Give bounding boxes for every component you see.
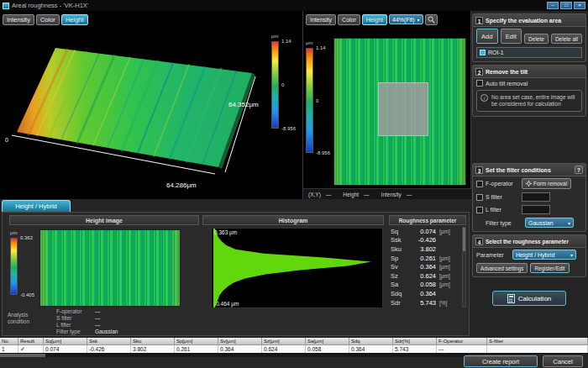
view-3d-panel[interactable]: 64.286μm 64.352μm 0 Intensity Color Heig… xyxy=(0,11,303,199)
cancel-button[interactable]: Cancel xyxy=(543,355,583,367)
analysis-condition-row: Filter typeGaussian xyxy=(56,329,191,335)
colorbar-2d-mid: 0 xyxy=(316,98,318,103)
section-title: Specify the evaluation area xyxy=(486,18,561,24)
l-filter-checkbox[interactable] xyxy=(476,207,483,213)
section-title: Remove the tilt xyxy=(486,69,528,75)
colorbar-2d-gradient xyxy=(306,48,313,153)
analysis-condition-row: L filter--- xyxy=(56,322,191,329)
remove-tilt-header: 2 Remove the tilt xyxy=(473,66,585,78)
surface-top-face xyxy=(17,48,252,167)
register-edit-button[interactable]: Register/Edit xyxy=(530,263,569,273)
roi-label: ROI-1 xyxy=(488,50,504,55)
help-button[interactable]: ? xyxy=(575,166,583,174)
colorbar-3d: μm 1.14 0 -8.956 xyxy=(270,41,304,129)
table-cell: 5.743 xyxy=(393,345,437,353)
add-button[interactable]: Add xyxy=(476,29,498,44)
app-icon xyxy=(3,3,9,9)
analysis-condition-list: F-operator---S filter---L filter---Filte… xyxy=(56,308,191,335)
minimize-button[interactable]: – xyxy=(547,2,559,9)
column-header: Sv[μm] xyxy=(218,338,262,345)
mini-colorbar: μm 0.362 -0.405 xyxy=(9,238,34,295)
remove-tilt-section: 2 Remove the tilt Auto tilt removal i No… xyxy=(472,65,586,117)
view2d-status-bar: (X,Y) — Height — Intensity — xyxy=(303,188,471,199)
chevron-down-icon: ▾ xyxy=(570,252,573,258)
intensity-button[interactable]: Intensity xyxy=(306,14,336,25)
table-cell: 3.802 xyxy=(131,345,175,353)
color-button[interactable]: Color xyxy=(338,14,360,25)
zoom-select[interactable]: 44%(Fit) ▾ xyxy=(389,14,423,24)
filter-type-select[interactable]: Gaussian ▾ xyxy=(525,218,574,228)
gear-icon xyxy=(526,181,532,187)
roughness-parameter-row: Sz0.624[μm] xyxy=(389,271,461,281)
settings-column: 1 Specify the evaluation area Add Edit D… xyxy=(472,11,586,357)
color-button[interactable]: Color xyxy=(36,14,60,25)
intensity-button[interactable]: Intensity xyxy=(3,14,34,25)
delete-button[interactable]: Delete xyxy=(524,34,549,44)
magnify-button[interactable] xyxy=(425,14,438,25)
calculation-label: Calculation xyxy=(518,295,552,302)
advanced-settings-button[interactable]: Advanced settings xyxy=(476,263,528,273)
table-cell: 0.058 xyxy=(306,345,349,353)
column-header: Sa[μm] xyxy=(306,338,349,345)
parameter-select[interactable]: Height / Hybrid ▾ xyxy=(512,250,576,260)
surface-3d-view[interactable]: 64.286μm 64.352μm 0 xyxy=(0,23,286,199)
height-image-header: Height image xyxy=(9,215,199,225)
magnifier-icon xyxy=(428,16,435,24)
s-filter-checkbox[interactable] xyxy=(476,194,483,201)
result-checkbox-cell[interactable]: ✓ xyxy=(18,345,44,353)
f-operator-checkbox[interactable] xyxy=(476,181,483,187)
roi-list-item[interactable]: ROI-1 xyxy=(476,47,582,58)
l-filter-input[interactable] xyxy=(522,205,550,214)
tab-height-hybrid[interactable]: Height / Hybrid xyxy=(2,200,71,212)
table-cell: 1 xyxy=(0,345,18,353)
create-report-button[interactable]: Create report xyxy=(464,355,538,367)
height-button[interactable]: Height xyxy=(61,14,88,25)
table-hscrollbar[interactable] xyxy=(0,354,469,357)
auto-tilt-checkbox[interactable] xyxy=(476,80,483,87)
footer-bar: Create report Cancel xyxy=(0,353,588,368)
column-header: Ssk xyxy=(87,338,131,345)
roughness-parameter-list: Sq0.074[μm]Ssk-0.426Sku3.802Sp0.261[μm]S… xyxy=(389,227,461,307)
column-header: S-filter xyxy=(487,338,588,345)
edit-button[interactable]: Edit xyxy=(501,29,522,44)
scrollbar-thumb[interactable] xyxy=(0,354,45,357)
section-number: 3 xyxy=(475,166,483,174)
table-cell: --- xyxy=(437,345,487,353)
close-button[interactable]: × xyxy=(574,2,585,9)
mini-colorbar-gradient xyxy=(10,238,18,295)
mini-colorbar-unit: μm xyxy=(10,230,17,235)
table-row[interactable]: 1✓0.074-0.4263.8020.2610.3640.6240.0580.… xyxy=(0,345,588,353)
histogram-header: Histogram xyxy=(202,215,384,225)
roughness-scrollbar[interactable] xyxy=(462,227,466,308)
s-filter-input[interactable] xyxy=(522,192,550,202)
delete-all-button[interactable]: Delete all xyxy=(551,34,582,44)
roughness-parameter-row: Sdr5.743[%] xyxy=(389,298,461,308)
scrollbar-thumb[interactable] xyxy=(463,228,465,251)
roi-selection[interactable] xyxy=(378,82,428,136)
histogram-min-label: -0.464 μm xyxy=(214,301,239,307)
s-filter-label: S filter xyxy=(486,194,519,200)
column-header: Sdr[%] xyxy=(393,338,437,345)
colorbar-3d-min: -8.956 xyxy=(281,126,296,131)
filter-type-label: Filter type xyxy=(486,220,522,226)
form-removal-button[interactable]: Form removal xyxy=(522,178,571,189)
height-map-image[interactable] xyxy=(333,38,466,186)
column-header: Result xyxy=(18,338,44,345)
results-table-header: No.ResultSq[μm]SskSkuSp[μm]Sv[μm]Sz[μm]S… xyxy=(0,338,588,345)
title-bar: Areal roughness - 'VK-H1X' – □ × xyxy=(0,0,588,11)
column-header: F-Operator xyxy=(437,338,487,345)
mini-colorbar-max: 0.362 xyxy=(20,235,33,240)
axis-origin-label: 0 xyxy=(5,137,8,143)
height-button[interactable]: Height xyxy=(362,14,387,25)
section-title: Set the filter conditions xyxy=(486,167,551,173)
window-title: Areal roughness - 'VK-H1X' xyxy=(12,2,545,9)
colorbar-3d-gradient xyxy=(271,41,279,129)
calculation-button[interactable]: Calculation xyxy=(492,291,566,306)
maximize-button[interactable]: □ xyxy=(560,2,572,9)
column-header: Sq[μm] xyxy=(44,338,87,345)
analysis-panel: Height / Hybrid Height image Histogram μ… xyxy=(0,199,471,338)
calculator-icon xyxy=(507,294,515,303)
section-number: 2 xyxy=(475,68,483,76)
colorbar-2d-min: -8.956 xyxy=(316,150,330,155)
table-cell: -0.426 xyxy=(87,345,131,353)
